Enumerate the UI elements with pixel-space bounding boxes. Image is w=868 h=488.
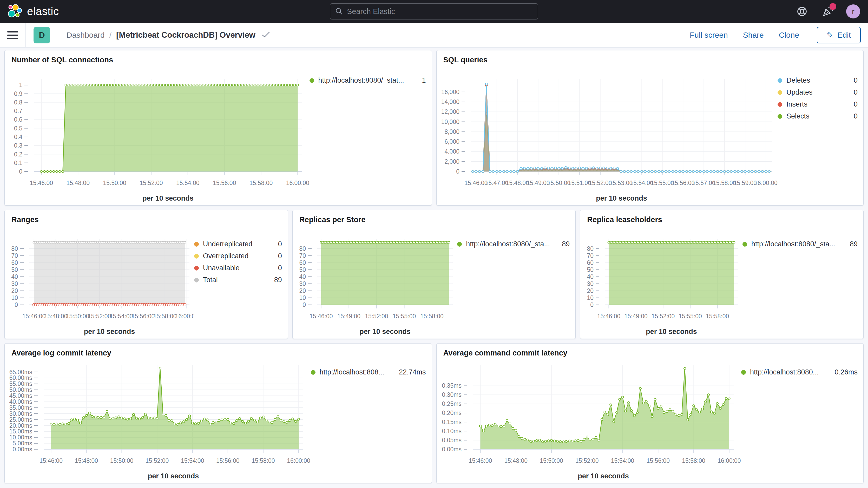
legend-item[interactable]: Total89 <box>194 276 282 284</box>
clone-button[interactable]: Clone <box>779 31 799 39</box>
legend-dot <box>741 370 746 375</box>
legend-value: 1 <box>416 77 426 85</box>
legend-item[interactable]: http://localhost:8080/_stat...1 <box>310 77 426 85</box>
toolbar-divider <box>58 23 58 48</box>
breadcrumb-dashboard-link[interactable]: Dashboard <box>66 31 105 39</box>
legend-item[interactable]: Overreplicated0 <box>194 252 282 260</box>
legend-item[interactable]: http://localhost:8080/_sta...89 <box>457 240 570 248</box>
svg-text:15:57:00: 15:57:00 <box>692 180 715 186</box>
svg-text:40.00ms: 40.00ms <box>9 398 32 405</box>
legend-value: 0 <box>273 264 282 272</box>
space-badge[interactable]: D <box>33 27 50 43</box>
svg-text:15:54:00: 15:54:00 <box>630 180 653 186</box>
svg-text:0.10ms: 0.10ms <box>442 428 461 434</box>
chart-legend: http://localhost:8080/_stat...1 <box>310 69 432 205</box>
help-icon[interactable] <box>795 5 809 18</box>
legend-label: Unavailable <box>203 264 240 272</box>
legend-item[interactable]: Inserts0 <box>778 100 858 109</box>
news-feed-icon[interactable] <box>821 5 834 18</box>
legend-value: 0 <box>273 252 282 260</box>
chart-average-command-commit-latency[interactable]: 0.00ms0.05ms0.10ms0.15ms0.20ms0.25ms0.30… <box>437 362 741 483</box>
chart-ranges[interactable]: 0102030405060708015:46:0015:48:0015:50:0… <box>5 228 194 339</box>
panel-average-command-commit-latency: Average command commit latency 0.00ms0.0… <box>436 343 864 483</box>
legend-dot <box>457 242 462 247</box>
svg-text:6,000: 6,000 <box>444 138 460 145</box>
svg-text:0.1: 0.1 <box>14 159 22 166</box>
svg-text:16:00:00: 16:00:00 <box>717 457 741 464</box>
svg-text:15:52:00: 15:52:00 <box>140 180 163 186</box>
legend-item[interactable]: http://localhost:8080/_sta...89 <box>742 240 858 248</box>
svg-text:15:58:00: 15:58:00 <box>249 180 273 186</box>
svg-text:15:49:00: 15:49:00 <box>337 313 361 319</box>
chart-svg: 0102030405060708015:46:0015:49:0015:52:0… <box>292 228 457 339</box>
svg-text:8,000: 8,000 <box>444 128 460 135</box>
legend-item[interactable]: Updates0 <box>778 88 858 96</box>
elastic-logo-icon[interactable] <box>8 4 22 19</box>
svg-text:15:46:00: 15:46:00 <box>22 313 46 319</box>
svg-text:16,000: 16,000 <box>441 89 459 95</box>
svg-text:2,000: 2,000 <box>444 158 460 165</box>
legend-item[interactable]: http://localhost:808...22.74ms <box>311 368 426 376</box>
legend-item[interactable]: Unavailable0 <box>194 264 282 272</box>
svg-text:20.00ms: 20.00ms <box>9 422 32 429</box>
legend-label: Overreplicated <box>203 252 249 260</box>
chart-replica-leaseholders[interactable]: 0102030405060708015:46:0015:49:0015:52:0… <box>580 228 742 339</box>
chart-svg: 0102030405060708015:46:0015:48:0015:50:0… <box>5 228 194 339</box>
pencil-icon: ✎ <box>827 31 833 40</box>
svg-text:0.6: 0.6 <box>14 116 22 123</box>
chart-svg: 00.10.20.30.40.50.60.70.80.9115:46:0015:… <box>5 69 310 205</box>
svg-text:15:46:00: 15:46:00 <box>39 457 63 464</box>
legend-dot <box>194 254 199 258</box>
edit-button[interactable]: ✎ Edit <box>817 27 861 43</box>
legend-label: Underreplicated <box>203 240 253 248</box>
svg-text:15:58:00: 15:58:00 <box>706 313 729 319</box>
user-avatar[interactable]: r <box>846 4 860 19</box>
share-button[interactable]: Share <box>743 31 764 39</box>
global-search-bar[interactable] <box>330 3 538 20</box>
legend-dot <box>194 266 199 271</box>
svg-text:0.4: 0.4 <box>14 133 22 140</box>
svg-text:15:55:00: 15:55:00 <box>679 313 702 319</box>
svg-text:20: 20 <box>299 287 306 294</box>
svg-text:15.00ms: 15.00ms <box>9 428 32 435</box>
legend-item[interactable]: Underreplicated0 <box>194 240 282 248</box>
chart-average-log-commit-latency[interactable]: 0.00ms5.00ms10.00ms15.00ms20.00ms25.00ms… <box>5 362 311 483</box>
panel-replica-leaseholders: Replica leaseholders 0102030405060708015… <box>580 210 864 339</box>
svg-text:15:48:00: 15:48:00 <box>504 457 528 464</box>
legend-item[interactable]: http://localhost:8080...0.26ms <box>741 368 858 376</box>
svg-text:15:59:00: 15:59:00 <box>733 180 757 186</box>
svg-text:16:00:00: 16:00:00 <box>287 457 310 464</box>
chart-replicas-per-store[interactable]: 0102030405060708015:46:0015:49:0015:52:0… <box>292 228 457 339</box>
chart-legend: http://localhost:808...22.74ms <box>311 362 432 483</box>
svg-text:15:50:00: 15:50:00 <box>103 180 126 186</box>
svg-text:15:56:00: 15:56:00 <box>646 457 670 464</box>
svg-text:10: 10 <box>11 295 18 301</box>
svg-text:15:52:00: 15:52:00 <box>652 313 675 319</box>
legend-label: http://localhost:8080/_sta... <box>751 240 835 248</box>
full-screen-button[interactable]: Full screen <box>690 31 728 39</box>
legend-value: 22.74ms <box>394 368 426 376</box>
svg-text:25.00ms: 25.00ms <box>9 416 32 423</box>
svg-text:10,000: 10,000 <box>441 119 459 125</box>
legend-dot <box>778 90 782 95</box>
legend-dot <box>194 242 199 247</box>
chart-number-of-sql-connections[interactable]: 00.10.20.30.40.50.60.70.80.9115:46:0015:… <box>5 69 310 205</box>
menu-icon[interactable] <box>7 31 18 39</box>
svg-text:50: 50 <box>11 266 18 273</box>
check-icon[interactable] <box>262 30 270 40</box>
svg-text:0: 0 <box>14 301 18 308</box>
svg-text:40: 40 <box>11 273 18 280</box>
chart-sql-queries[interactable]: 02,0004,0006,0008,00010,00012,00014,0001… <box>437 69 778 205</box>
svg-text:50.00ms: 50.00ms <box>9 387 32 393</box>
search-input[interactable] <box>347 7 533 16</box>
legend-dot <box>778 102 782 107</box>
svg-text:per 10 seconds: per 10 seconds <box>646 328 697 335</box>
panel-title: Ranges <box>5 210 288 228</box>
legend-item[interactable]: Selects0 <box>778 112 858 120</box>
legend-item[interactable]: Deletes0 <box>778 77 858 85</box>
panel-title: Replicas per Store <box>292 210 576 228</box>
svg-text:15:58:00: 15:58:00 <box>713 180 736 186</box>
svg-text:0: 0 <box>590 301 594 308</box>
dashboard-grid: Number of SQL connections 00.10.20.30.40… <box>0 48 868 483</box>
svg-text:15:46:00: 15:46:00 <box>310 313 333 319</box>
